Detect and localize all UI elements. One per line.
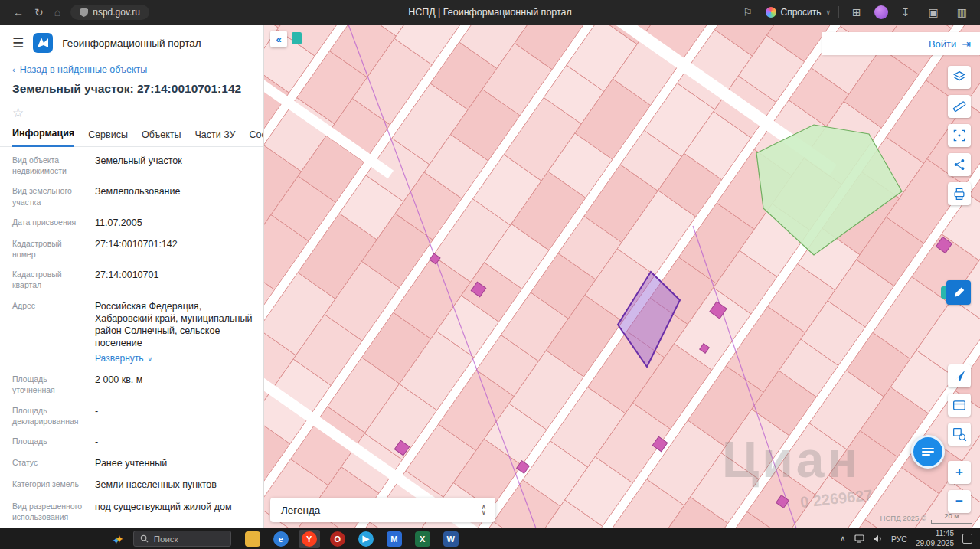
downloads-icon[interactable]: ↧ — [901, 6, 910, 18]
word-taskbar-button[interactable]: W — [440, 530, 462, 548]
layers-tool-button[interactable] — [948, 66, 971, 89]
collapse-panel-button[interactable]: « — [270, 31, 287, 47]
sidebar-icon[interactable]: ▥ — [957, 6, 967, 18]
print-tool-button[interactable] — [948, 182, 971, 205]
map-tools-middle — [946, 280, 971, 305]
share-tool-button[interactable] — [948, 153, 971, 176]
tab-item[interactable]: Сервисы — [88, 129, 128, 146]
ruler-tool-button[interactable] — [948, 95, 971, 118]
field-value-text: Российская Федерация, Хабаровский край, … — [95, 300, 253, 350]
address-bar[interactable]: nspd.gov.ru — [70, 5, 149, 20]
nspd-logo[interactable] — [33, 33, 53, 53]
tray-expand-icon[interactable]: ∧ — [840, 534, 846, 544]
taskbar-search[interactable]: Поиск — [133, 531, 231, 547]
map-attribution: НСПД 2025 © — [880, 514, 926, 522]
profile-avatar[interactable] — [874, 5, 888, 19]
home-icon[interactable]: ⌂ — [54, 6, 60, 18]
measure-tag — [292, 32, 302, 44]
expand-link[interactable]: Развернуть∨ — [95, 353, 152, 365]
field-value-text: - — [95, 405, 253, 417]
layers-icon — [951, 69, 968, 86]
extensions-icon[interactable]: ⊞ — [852, 6, 861, 18]
locate-icon — [951, 368, 968, 384]
tab-item[interactable]: Части ЗУ — [194, 129, 235, 146]
tab-item[interactable]: Информация — [12, 128, 74, 147]
reload-icon[interactable]: ↻ — [34, 6, 44, 18]
locate-tool-button[interactable] — [948, 364, 971, 387]
mail-icon: M — [387, 531, 402, 547]
zoom-in-button[interactable]: + — [948, 461, 971, 484]
bookmark-icon[interactable]: ⚐ — [743, 6, 753, 18]
field-value: 2 000 кв. м — [95, 374, 253, 395]
excel-taskbar-button[interactable]: X — [412, 530, 433, 548]
field-label: Кадастровый номер — [12, 238, 84, 260]
field-label: Площадь — [12, 436, 84, 448]
back-icon[interactable]: ← — [13, 6, 24, 18]
field-value: 27:14:0010701 — [95, 269, 253, 290]
field-label: Дата присвоения — [12, 217, 84, 229]
excel-icon: X — [415, 531, 430, 547]
yandex-browser-taskbar-button[interactable]: Y — [299, 530, 320, 548]
panel-view-tool-button[interactable] — [948, 394, 971, 417]
field-row: Кадастровый квартал27:14:0010701 — [0, 264, 263, 295]
field-value-text: Ранее учтенный — [95, 457, 253, 469]
zoom-out-button[interactable]: − — [948, 490, 971, 513]
network-icon[interactable] — [854, 534, 864, 543]
chat-button[interactable] — [911, 435, 945, 469]
url-text: nspd.gov.ru — [93, 7, 140, 18]
field-value: 27:14:0010701:142 — [95, 238, 253, 260]
favorite-star-icon[interactable]: ☆ — [12, 105, 28, 121]
area-search-tool-button[interactable] — [948, 423, 971, 446]
field-value-text: 27:14:0010701 — [95, 269, 253, 281]
cadastral-map[interactable] — [264, 25, 980, 528]
tab-item[interactable]: Объекты — [142, 129, 181, 146]
legend-toggle[interactable]: Легенда ∧∨ — [270, 498, 495, 522]
tabs-icon[interactable]: ▣ — [929, 6, 939, 18]
field-label: Площадь декларированная — [12, 405, 84, 426]
telegram-taskbar-button[interactable]: ▶ — [355, 530, 377, 548]
yandex-browser-icon: Y — [302, 531, 317, 547]
edge-taskbar-button[interactable]: e — [270, 530, 292, 548]
field-value-text: Землепользование — [95, 185, 253, 198]
edge-icon: e — [273, 531, 289, 547]
field-value: - — [95, 405, 253, 426]
widgets-icon[interactable]: ✦ — [115, 533, 124, 545]
field-label: Кадастровый квартал — [12, 269, 84, 290]
field-value-text: Земельный участок — [95, 155, 253, 167]
menu-icon[interactable]: ☰ — [12, 35, 24, 51]
language-indicator[interactable]: РУС — [891, 534, 907, 544]
field-value-text: 2 000 кв. м — [95, 374, 253, 386]
taskbar: ✦ Поиск eYO▶MXW ∧ РУС 11:45 29.09.2025 — [0, 528, 980, 549]
time-label: 11:45 — [916, 529, 954, 539]
notification-icon[interactable] — [962, 534, 972, 544]
folder-taskbar-button[interactable] — [242, 530, 263, 548]
field-label: Адрес — [12, 300, 84, 365]
corners-tool-button[interactable] — [948, 124, 971, 147]
scale-line — [931, 520, 972, 524]
login-button[interactable]: Войти ⇥ — [822, 32, 980, 55]
field-value-text: 11.07.2005 — [95, 217, 253, 229]
opera-taskbar-button[interactable]: O — [327, 530, 348, 548]
divider — [838, 6, 839, 18]
portal-title: Геоинформационный портал — [62, 38, 201, 49]
field-label: Вид разрешенного использования — [12, 501, 84, 522]
legend-expand-icon: ∧∨ — [481, 505, 486, 515]
map-area[interactable]: Циан 0 2269627 Войти ⇥ « + − Легенда — [264, 25, 980, 528]
browser-chrome: ← ↻ ⌂ nspd.gov.ru НСПД | Геоинформационн… — [0, 0, 980, 25]
chat-lines-icon — [920, 444, 936, 459]
login-icon: ⇥ — [962, 38, 971, 50]
volume-icon[interactable] — [873, 534, 883, 543]
date-label: 29.09.2025 — [916, 539, 954, 549]
word-icon: W — [443, 531, 459, 547]
mail-taskbar-button[interactable]: M — [384, 530, 405, 548]
system-tray: ∧ РУС 11:45 29.09.2025 — [840, 529, 980, 548]
draw-tool-button[interactable] — [946, 280, 971, 305]
field-row: Кадастровый номер27:14:0010701:142 — [0, 234, 263, 264]
back-to-results-link[interactable]: ‹Назад в найденные объекты — [12, 64, 251, 75]
ask-label: Спросить — [781, 7, 822, 18]
tab-item[interactable]: Соста — [250, 129, 264, 146]
expand-link-label: Развернуть — [95, 353, 144, 364]
ask-button[interactable]: Спросить ∨ — [766, 7, 831, 18]
panel-header: ☰ Геоинформационный портал — [0, 25, 263, 54]
clock[interactable]: 11:45 29.09.2025 — [916, 529, 954, 548]
